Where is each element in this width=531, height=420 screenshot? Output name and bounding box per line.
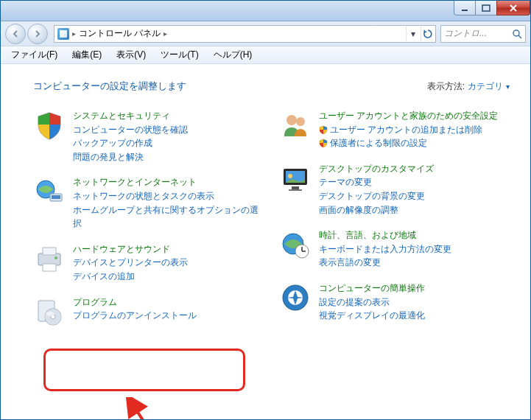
chevron-down-icon[interactable]: ▾ — [506, 83, 510, 91]
content-header: コンピューターの設定を調整します 表示方法: カテゴリ ▾ — [33, 80, 510, 93]
category-title[interactable]: 時計、言語、および地域 — [319, 230, 416, 240]
svg-point-15 — [46, 312, 54, 316]
task-link[interactable]: バックアップの作成 — [73, 136, 264, 150]
task-link[interactable]: ユーザー アカウントの追加または削除 — [319, 123, 510, 137]
search-input[interactable]: コントロ... — [440, 25, 526, 43]
refresh-button[interactable] — [421, 27, 434, 41]
task-link[interactable]: プログラムのアンインストール — [73, 309, 264, 323]
task-link[interactable]: コンピューターの状態を確認 — [73, 123, 264, 137]
category-title[interactable]: システムとセキュリティ — [73, 111, 170, 121]
minimize-button[interactable] — [454, 1, 476, 15]
task-link[interactable]: ネットワークの状態とタスクの表示 — [73, 189, 264, 203]
svg-rect-21 — [289, 189, 302, 191]
category-clock-language: 時計、言語、および地域 キーボードまたは入力方法の変更 表示言語の変更 — [279, 228, 510, 270]
view-mode-value[interactable]: カテゴリ — [468, 80, 503, 93]
task-link[interactable]: 画面の解像度の調整 — [319, 203, 510, 217]
task-link[interactable]: 保護者による制限の設定 — [319, 136, 510, 150]
task-link[interactable]: キーボードまたは入力方法の変更 — [319, 242, 510, 256]
category-appearance: デスクトップのカスタマイズ テーマの変更 デスクトップの背景の変更 画面の解像度… — [279, 162, 510, 217]
search-placeholder: コントロ... — [444, 27, 487, 40]
view-mode-label: 表示方法: — [427, 80, 465, 93]
svg-rect-6 — [52, 195, 60, 199]
svg-point-17 — [296, 117, 305, 126]
programs-icon — [33, 295, 66, 328]
globe-clock-icon — [279, 228, 312, 261]
page-title: コンピューターの設定を調整します — [33, 80, 186, 93]
svg-line-3 — [518, 35, 521, 38]
content-area: コンピューターの設定を調整します 表示方法: カテゴリ ▾ システムとセキュリテ… — [1, 64, 530, 347]
category-programs: プログラム プログラムのアンインストール — [33, 295, 264, 328]
category-columns: システムとセキュリティ コンピューターの状態を確認 バックアップの作成 問題の発… — [33, 109, 510, 340]
address-dropdown[interactable]: ▾ — [406, 27, 419, 41]
category-system-security: システムとセキュリティ コンピューターの状態を確認 バックアップの作成 問題の発… — [33, 109, 264, 164]
svg-rect-1 — [482, 5, 490, 11]
menu-view[interactable]: 表示(V) — [110, 47, 152, 63]
task-link[interactable]: ホームグループと共有に関するオプションの選択 — [73, 203, 264, 231]
left-column: システムとセキュリティ コンピューターの状態を確認 バックアップの作成 問題の発… — [33, 109, 264, 340]
task-link[interactable]: デバイスの追加 — [73, 270, 264, 284]
category-title[interactable]: ハードウェアとサウンド — [73, 244, 170, 254]
annotation-highlight-box — [43, 349, 245, 391]
control-panel-icon — [57, 28, 69, 40]
svg-point-2 — [513, 30, 519, 36]
task-link[interactable]: 問題の発見と解決 — [73, 150, 264, 164]
breadcrumb[interactable]: ▸ コントロール パネル ▸ — [56, 27, 404, 40]
maximize-button[interactable] — [475, 1, 497, 15]
window-titlebar — [1, 1, 530, 21]
svg-rect-8 — [43, 248, 56, 255]
task-link[interactable]: テーマの変更 — [319, 175, 510, 189]
svg-point-16 — [286, 115, 297, 125]
svg-rect-20 — [292, 186, 299, 189]
back-button[interactable] — [5, 24, 26, 44]
category-network: ネットワークとインターネット ネットワークの状態とタスクの表示 ホームグループと… — [33, 175, 264, 230]
category-title[interactable]: ネットワークとインターネット — [73, 177, 197, 187]
right-column: ユーザー アカウントと家族のための安全設定 ユーザー アカウントの追加または削除… — [279, 109, 510, 340]
svg-rect-9 — [43, 264, 56, 271]
search-icon — [512, 29, 522, 39]
forward-button[interactable] — [27, 24, 48, 44]
globe-network-icon — [33, 175, 66, 208]
chevron-right-icon: ▸ — [163, 29, 167, 38]
shield-icon — [33, 109, 66, 141]
task-link[interactable]: 視覚ディスプレイの最適化 — [319, 309, 510, 323]
category-title[interactable]: プログラム — [73, 297, 117, 307]
annotation-arrow-icon — [126, 397, 155, 420]
task-link[interactable]: デバイスとプリンターの表示 — [73, 256, 264, 270]
category-user-accounts: ユーザー アカウントと家族のための安全設定 ユーザー アカウントの追加または削除… — [279, 109, 510, 150]
close-button[interactable] — [496, 1, 530, 15]
svg-line-29 — [132, 403, 148, 420]
category-hardware: ハードウェアとサウンド デバイスとプリンターの表示 デバイスの追加 — [33, 242, 264, 284]
task-link[interactable]: 表示言語の変更 — [319, 256, 510, 270]
refresh-icon — [423, 29, 433, 39]
breadcrumb-root: コントロール パネル — [79, 27, 161, 40]
navigation-bar: ▸ コントロール パネル ▸ ▾ コントロ... — [1, 21, 530, 46]
ease-of-access-icon — [279, 281, 312, 314]
menu-help[interactable]: ヘルプ(H) — [208, 47, 259, 63]
address-bar[interactable]: ▸ コントロール パネル ▸ ▾ — [54, 25, 436, 43]
category-ease-of-access: コンピューターの簡単操作 設定の提案の表示 視覚ディスプレイの最適化 — [279, 281, 510, 323]
menu-bar: ファイル(F) 編集(E) 表示(V) ツール(T) ヘルプ(H) — [1, 46, 530, 64]
menu-edit[interactable]: 編集(E) — [66, 47, 108, 63]
task-link[interactable]: 設定の提案の表示 — [319, 295, 510, 309]
printer-icon — [33, 242, 66, 275]
uac-shield-icon — [319, 139, 328, 147]
category-title[interactable]: デスクトップのカスタマイズ — [319, 164, 434, 174]
task-link[interactable]: デスクトップの背景の変更 — [319, 189, 510, 203]
uac-shield-icon — [319, 125, 328, 134]
nav-buttons — [5, 24, 49, 44]
svg-point-22 — [288, 174, 292, 178]
category-title[interactable]: ユーザー アカウントと家族のための安全設定 — [319, 111, 498, 121]
menu-file[interactable]: ファイル(F) — [5, 47, 63, 63]
monitor-icon — [279, 162, 312, 195]
svg-rect-0 — [462, 10, 468, 11]
users-icon — [279, 109, 312, 141]
category-title[interactable]: コンピューターの簡単操作 — [319, 283, 425, 293]
menu-tools[interactable]: ツール(T) — [155, 47, 204, 63]
view-mode: 表示方法: カテゴリ ▾ — [427, 80, 510, 93]
chevron-right-icon: ▸ — [72, 29, 76, 38]
svg-point-10 — [54, 256, 57, 259]
